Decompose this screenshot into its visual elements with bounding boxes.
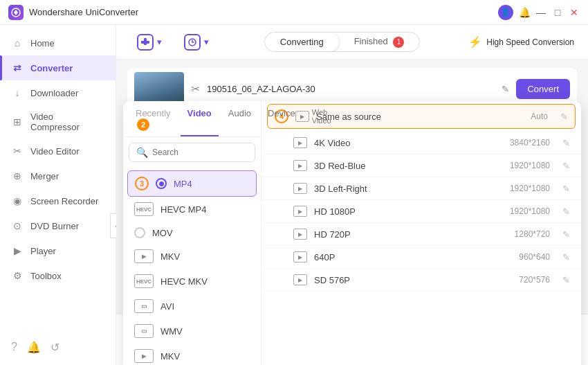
sidebar-label-toolbox: Toolbox xyxy=(30,271,62,281)
high-speed-label: ⚡ High Speed Conversion xyxy=(468,35,574,48)
format-item-wmv[interactable]: ▭ WMV xyxy=(123,319,261,344)
res-label-3d-red-blue: 3D Red-Blue xyxy=(314,161,503,171)
format-tab-web-video[interactable]: Web Video xyxy=(305,104,338,136)
bell-btn[interactable]: 🔔 xyxy=(519,7,530,18)
format-tab-recently[interactable]: Recently 2 xyxy=(129,104,178,136)
format-tab-video[interactable]: Video xyxy=(181,104,219,136)
sidebar-item-video-compressor[interactable]: ⊞ Video Compressor xyxy=(0,105,116,139)
resolution-row-sd-576p[interactable]: ▶ SD 576P 720*576 ✎ xyxy=(261,269,581,292)
tab-converting[interactable]: Converting xyxy=(265,33,339,51)
convert-button[interactable]: Convert xyxy=(516,79,570,99)
format-label-hevc-mp4: HEVC MP4 xyxy=(160,204,206,215)
resolution-row-hd-1080p[interactable]: ▶ HD 1080P 1920*1080 ✎ xyxy=(261,200,581,223)
refresh-icon[interactable]: ↺ xyxy=(50,341,59,354)
add-files-btn[interactable]: ▾ xyxy=(130,30,169,55)
format-tab-device[interactable]: Device xyxy=(261,104,302,136)
step3-badge: 3 xyxy=(135,177,149,190)
sidebar-label-downloader: Downloader xyxy=(30,88,78,98)
format-tab-audio[interactable]: Audio xyxy=(221,104,258,136)
minimize-btn[interactable]: — xyxy=(535,7,546,18)
format-item-mp4[interactable]: 3 MP4 xyxy=(127,170,257,197)
sidebar-label-dvd: DVD Burner xyxy=(30,221,79,231)
res-edit-3d-left-right[interactable]: ✎ xyxy=(562,184,570,194)
format-tabs: Recently 2 Video Audio Device Web Video xyxy=(123,101,261,137)
format-item-more[interactable]: ▶ MKV xyxy=(123,344,261,365)
downloader-icon: ↓ xyxy=(11,87,24,99)
res-size-hd-720p: 1280*720 xyxy=(515,229,550,239)
hd-720p-icon: ▶ xyxy=(293,229,307,240)
file-thumbnail xyxy=(134,72,184,105)
sidebar-item-dvd-burner[interactable]: ⊙ DVD Burner ‹ xyxy=(0,213,116,238)
resolution-row-640p[interactable]: ▶ 640P 960*640 ✎ xyxy=(261,246,581,269)
sidebar-item-home[interactable]: ⌂ Home xyxy=(0,30,116,55)
format-label-mov: MOV xyxy=(152,228,173,238)
sidebar-item-toolbox[interactable]: ⚙ Toolbox xyxy=(0,263,116,288)
convert-settings-btn[interactable]: ▾ xyxy=(177,30,216,55)
hevc-mkv-icon: HEVC xyxy=(134,274,154,288)
mov-radio-icon xyxy=(134,227,145,238)
resolution-row-3d-left-right[interactable]: ▶ 3D Left-Right 1920*1080 ✎ xyxy=(261,177,581,200)
format-item-mkv[interactable]: ▶ MKV xyxy=(123,244,261,269)
sd-576p-icon: ▶ xyxy=(293,274,307,285)
res-label-same-as-source: Same as source xyxy=(316,112,524,122)
4k-icon: ▶ xyxy=(293,137,307,148)
format-label-mp4: MP4 xyxy=(174,179,192,189)
format-label-avi: AVI xyxy=(160,301,174,312)
tab-finished[interactable]: Finished 1 xyxy=(339,33,420,51)
format-item-hevc-mkv[interactable]: HEVC HEVC MKV xyxy=(123,269,261,294)
format-item-hevc-mp4[interactable]: HEVC HEVC MP4 xyxy=(123,197,261,222)
player-icon: ▶ xyxy=(11,244,24,257)
sidebar-item-video-editor[interactable]: ✂ Video Editor xyxy=(0,139,116,163)
format-item-avi[interactable]: ▭ AVI xyxy=(123,294,261,319)
sidebar-item-converter[interactable]: ⇄ Converter xyxy=(0,55,116,80)
lightning-icon: ⚡ xyxy=(468,35,482,48)
add-icon xyxy=(137,34,154,51)
file-name: 190516_06_AZ-LAGOA-30 xyxy=(207,84,495,94)
window-controls: 👤 🔔 — □ ✕ xyxy=(498,5,580,20)
res-edit-3d-red-blue[interactable]: ✎ xyxy=(562,161,570,171)
app-title: Wondershare UniConverter xyxy=(29,7,498,17)
res-edit-640p[interactable]: ✎ xyxy=(562,252,570,262)
notification-icon[interactable]: 🔔 xyxy=(27,341,41,354)
res-size-hd-1080p: 1920*1080 xyxy=(510,206,550,216)
res-edit-hd-1080p[interactable]: ✎ xyxy=(562,206,570,217)
3d-red-blue-icon: ▶ xyxy=(293,160,307,171)
format-label-mkv: MKV xyxy=(160,251,180,262)
close-btn[interactable]: ✕ xyxy=(569,7,580,18)
sidebar-label-player: Player xyxy=(30,246,56,256)
sidebar-item-merger[interactable]: ⊕ Merger xyxy=(0,163,116,188)
640p-icon: ▶ xyxy=(293,251,307,262)
resolution-row-hd-720p[interactable]: ▶ HD 720P 1280*720 ✎ xyxy=(261,223,581,246)
more-icon: ▶ xyxy=(134,349,154,363)
sidebar-item-downloader[interactable]: ↓ Downloader xyxy=(0,80,116,105)
res-edit-4k[interactable]: ✎ xyxy=(562,138,570,148)
hd-1080p-icon: ▶ xyxy=(293,206,307,217)
res-size-same-as-source: Auto xyxy=(531,112,548,121)
user-btn[interactable]: 👤 xyxy=(498,5,513,20)
file-edit-icon[interactable]: ✎ xyxy=(502,84,509,94)
avi-icon: ▭ xyxy=(134,299,154,313)
scissors-icon[interactable]: ✂ xyxy=(191,82,200,96)
format-dropdown: Recently 2 Video Audio Device Web Video … xyxy=(123,101,581,365)
search-input[interactable] xyxy=(152,148,256,157)
help-icon[interactable]: ? xyxy=(11,341,17,354)
format-list: 3 MP4 HEVC HEVC MP4 MOV xyxy=(123,168,261,365)
format-left-panel: Recently 2 Video Audio Device Web Video … xyxy=(123,101,261,365)
home-icon: ⌂ xyxy=(11,37,24,49)
recently-badge: 2 xyxy=(137,118,149,131)
res-edit-sd-576p[interactable]: ✎ xyxy=(562,275,570,285)
sidebar-label-home: Home xyxy=(30,38,55,48)
maximize-btn[interactable]: □ xyxy=(552,7,563,18)
sidebar-label-merger: Merger xyxy=(30,171,59,181)
hevc-mp4-icon: HEVC xyxy=(134,202,154,216)
dvd-icon: ⊙ xyxy=(11,220,24,232)
search-box: 🔍 xyxy=(129,143,255,162)
res-label-hd-720p: HD 720P xyxy=(314,229,508,240)
sidebar-item-player[interactable]: ▶ Player xyxy=(0,238,116,263)
res-edit-same-as-source[interactable]: ✎ xyxy=(560,112,568,122)
resolution-row-3d-red-blue[interactable]: ▶ 3D Red-Blue 1920*1080 ✎ xyxy=(261,154,581,177)
res-label-640p: 640P xyxy=(314,252,512,262)
sidebar-item-screen-recorder[interactable]: ◉ Screen Recorder xyxy=(0,188,116,213)
res-edit-hd-720p[interactable]: ✎ xyxy=(562,229,570,240)
format-item-mov[interactable]: MOV xyxy=(123,222,261,244)
